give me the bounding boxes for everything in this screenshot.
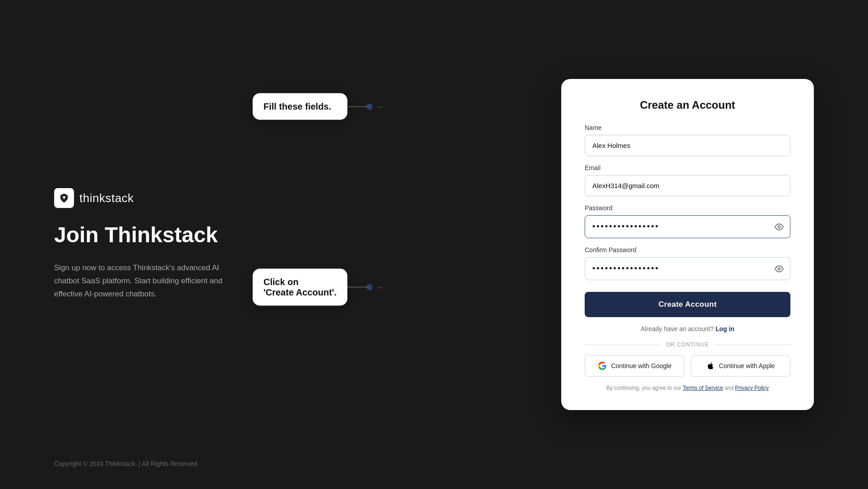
or-divider: OR CONTINUE	[585, 341, 790, 348]
tooltip-2-arrow: →	[375, 282, 384, 292]
confirm-password-label: Confirm Password	[585, 246, 790, 254]
login-line: Already have an account? Log in	[585, 325, 790, 332]
name-input[interactable]	[585, 135, 790, 156]
confirm-password-field-group: Confirm Password	[585, 246, 790, 280]
brand-logo-svg	[58, 192, 70, 204]
password-input[interactable]	[585, 216, 768, 238]
apple-button[interactable]: Continue with Apple	[691, 355, 790, 377]
tooltip-1-container: Fill these fields. →	[253, 93, 347, 120]
hero-description: Sign up now to access Thinkstack's advan…	[54, 262, 244, 301]
divider-line-right	[715, 345, 791, 345]
password-input-wrapper	[585, 215, 790, 238]
email-input-wrapper	[585, 175, 790, 196]
logo-icon	[54, 188, 74, 208]
confirm-password-toggle-button[interactable]	[768, 264, 790, 273]
or-continue-text: OR CONTINUE	[666, 341, 709, 348]
eye-icon-confirm	[775, 264, 784, 273]
google-button[interactable]: Continue with Google	[585, 355, 684, 377]
confirm-password-input[interactable]	[585, 258, 768, 280]
name-label: Name	[585, 124, 790, 131]
password-label: Password	[585, 204, 790, 212]
tooltip-2-container: Click on'Create Account'. →	[253, 269, 347, 306]
terms-line: By continuing, you agree to our Terms of…	[585, 384, 790, 392]
tooltip-1-dot	[366, 103, 373, 110]
tooltips-area: Fill these fields. → Click on'Create Acc…	[253, 93, 347, 306]
form-title: Create an Account	[585, 99, 790, 111]
page-wrapper: thinkstack Join Thinkstack Sign up now t…	[0, 0, 868, 489]
hero-title: Join Thinkstack	[54, 222, 244, 247]
divider-line-left	[585, 345, 661, 345]
svg-point-0	[778, 226, 780, 228]
and-text: and	[725, 385, 735, 391]
svg-point-1	[778, 268, 780, 270]
login-link[interactable]: Log in	[716, 325, 734, 332]
tooltip-2-line1: Click on'Create Account'.	[263, 277, 337, 297]
terms-text: By continuing, you agree to our	[606, 385, 681, 391]
tooltip-1-arrow: →	[375, 101, 384, 112]
email-label: Email	[585, 164, 790, 171]
apple-icon	[706, 362, 715, 370]
tooltip-2-dot	[366, 284, 373, 291]
google-button-label: Continue with Google	[611, 362, 672, 369]
password-field-group: Password	[585, 204, 790, 238]
logo-area: thinkstack	[54, 188, 244, 208]
tooltip-fill-fields: Fill these fields. →	[253, 93, 347, 120]
tooltip-create-account: Click on'Create Account'. →	[253, 269, 347, 306]
apple-button-label: Continue with Apple	[719, 362, 775, 369]
email-field-group: Email	[585, 164, 790, 196]
signup-form-card: Create an Account Name Email Password	[561, 79, 814, 410]
terms-of-service-link[interactable]: Terms of Service	[683, 385, 723, 391]
email-input[interactable]	[585, 175, 790, 196]
left-side: thinkstack Join Thinkstack Sign up now t…	[54, 188, 244, 301]
social-buttons-container: Continue with Google Continue with Apple	[585, 355, 790, 377]
name-input-wrapper	[585, 135, 790, 156]
google-icon	[598, 361, 607, 370]
already-text: Already have an account?	[641, 325, 714, 332]
password-toggle-button[interactable]	[768, 222, 790, 231]
logo-text: thinkstack	[79, 191, 134, 205]
create-account-button[interactable]: Create Account	[585, 292, 790, 317]
copyright-text: Copyright © 2024 Thinkstack. | All Right…	[54, 460, 197, 467]
name-field-group: Name	[585, 124, 790, 156]
privacy-policy-link[interactable]: Privacy Policy	[735, 385, 769, 391]
eye-icon	[775, 222, 784, 231]
confirm-password-input-wrapper	[585, 257, 790, 280]
